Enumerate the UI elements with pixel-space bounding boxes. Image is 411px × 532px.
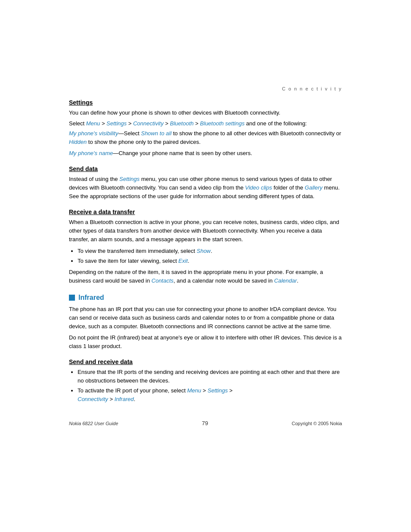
send-receive-bullets: Ensure that the IR ports of the sending …	[78, 368, 342, 404]
sr-settings-link[interactable]: Settings	[208, 387, 228, 394]
content-area: C o n n e c t i v i t y Settings You can…	[0, 0, 411, 461]
settings-name-line: My phone's name—Change your phone name t…	[69, 149, 342, 158]
video-clips-link[interactable]: Video clips	[245, 184, 272, 191]
footer-page-number: 79	[202, 420, 208, 426]
my-phone-name-link[interactable]: My phone's name	[69, 150, 113, 156]
gallery-link[interactable]: Gallery	[305, 184, 322, 191]
sr-sep3: >	[108, 396, 115, 402]
bluetooth-link[interactable]: Bluetooth	[170, 120, 194, 127]
sr-suffix: .	[134, 396, 135, 402]
infrared-body1: The phone has an IR port that you can us…	[69, 305, 342, 331]
settings-select-line: Select Menu > Settings > Connectivity > …	[69, 119, 342, 128]
settings-title: Settings	[69, 99, 342, 106]
footer: Nokia 6822 User Guide 79 Copyright © 200…	[69, 417, 342, 426]
contacts-link[interactable]: Contacts	[152, 277, 174, 284]
select-prefix: Select	[69, 120, 86, 127]
connectivity-link[interactable]: Connectivity	[133, 120, 164, 127]
footer-right: Copyright © 2005 Nokia	[292, 421, 342, 426]
select-suffix: and one of the following:	[245, 120, 307, 127]
sr-infrared-link[interactable]: Infrared	[115, 396, 134, 402]
list-item: To save the item for later viewing, sele…	[78, 257, 342, 265]
sr-bullet1-text: Ensure that the IR ports of the sending …	[78, 369, 340, 384]
sep4: >	[194, 120, 200, 127]
sep3: >	[164, 120, 170, 127]
send-receive-title: Send and receive data	[69, 358, 342, 365]
sd-prefix: Instead of using the	[69, 176, 119, 182]
sr-bullet2-prefix: To activate the IR port of your phone, s…	[78, 387, 187, 394]
settings-visibility-line: My phone's visibility—Select Shown to al…	[69, 129, 342, 146]
bullet1-prefix: To view the transferred item immediately…	[78, 248, 196, 254]
receive-data-body1: When a Bluetooth connection is active in…	[69, 218, 342, 244]
bullet1-suffix: .	[211, 248, 212, 254]
settings-section: Settings You can define how your phone i…	[69, 99, 342, 158]
sep1: >	[100, 120, 106, 127]
page: C o n n e c t i v i t y Settings You can…	[0, 0, 411, 532]
sr-sep2: >	[228, 387, 233, 394]
send-data-title: Send data	[69, 165, 342, 172]
shown-to-all-link[interactable]: Shown to all	[141, 130, 171, 137]
receive-data-title: Receive a data transfer	[69, 208, 342, 215]
vis-end: to show the phone only to the paired dev…	[87, 139, 201, 145]
sr-menu-link[interactable]: Menu	[187, 387, 201, 394]
send-data-body: Instead of using the Settings menu, you …	[69, 175, 342, 201]
connectivity-header: C o n n e c t i v i t y	[69, 86, 342, 91]
list-item: Ensure that the IR ports of the sending …	[78, 368, 342, 385]
bullet2-suffix: .	[188, 258, 190, 264]
send-data-section: Send data Instead of using the Settings …	[69, 165, 342, 201]
sep2: >	[127, 120, 133, 127]
exit-link[interactable]: Exit	[178, 258, 188, 264]
vis-dash: —Select	[118, 130, 141, 137]
vis-middle: to show the phone to all other devices w…	[171, 130, 341, 137]
send-receive-section: Send and receive data Ensure that the IR…	[69, 358, 342, 404]
sr-sep1: >	[201, 387, 208, 394]
name-text: —Change your phone name that is seen by …	[113, 150, 252, 156]
settings-menu-link[interactable]: Settings	[119, 176, 140, 182]
receive-data-bullets: To view the transferred item immediately…	[78, 247, 342, 265]
rd-middle: , and a calendar note would be saved in	[174, 277, 274, 284]
bluetooth-settings-link[interactable]: Bluetooth settings	[200, 120, 244, 127]
menu-link[interactable]: Menu	[86, 120, 100, 127]
settings-body1: You can define how your phone is shown t…	[69, 109, 342, 117]
calendar-link[interactable]: Calendar	[274, 277, 297, 284]
infrared-square-icon	[69, 295, 75, 301]
my-phone-visibility-link[interactable]: My phone's visibility	[69, 130, 118, 137]
receive-data-body2: Depending on the nature of the item, it …	[69, 268, 342, 285]
infrared-section: Infrared The phone has an IR port that y…	[69, 294, 342, 351]
hidden-link[interactable]: Hidden	[69, 139, 87, 145]
infrared-title-text: Infrared	[78, 294, 104, 302]
rd-suffix: .	[297, 277, 299, 284]
show-link[interactable]: Show	[196, 248, 211, 254]
sd-middle2: folder of the	[272, 184, 305, 191]
receive-data-section: Receive a data transfer When a Bluetooth…	[69, 208, 342, 285]
bullet2-prefix: To save the item for later viewing, sele…	[78, 258, 178, 264]
settings-link[interactable]: Settings	[106, 120, 127, 127]
footer-left: Nokia 6822 User Guide	[69, 421, 118, 426]
list-item: To view the transferred item immediately…	[78, 247, 342, 255]
sr-connectivity-link[interactable]: Connectivity	[78, 396, 108, 402]
list-item: To activate the IR port of your phone, s…	[78, 386, 342, 404]
infrared-title: Infrared	[69, 294, 342, 302]
infrared-body2: Do not point the IR (infrared) beat at a…	[69, 333, 342, 351]
